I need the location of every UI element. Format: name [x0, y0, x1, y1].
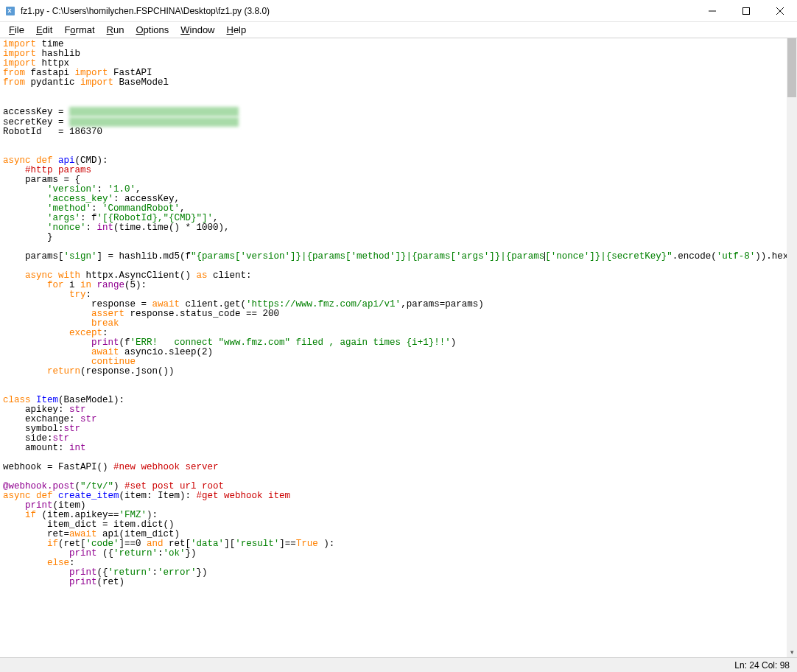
titlebar: fz1.py - C:\Users\homilychen.FSPCHINA\De…	[0, 0, 797, 22]
close-button[interactable]	[763, 0, 797, 21]
minimize-button[interactable]	[695, 0, 729, 21]
statusbar: Ln: 24 Col: 98	[0, 657, 797, 672]
menu-help[interactable]: Help	[221, 23, 253, 37]
window-controls	[695, 0, 797, 21]
window-title: fz1.py - C:\Users\homilychen.FSPCHINA\De…	[21, 6, 695, 16]
censored-access-key	[69, 107, 239, 116]
menubar: File Edit Format Run Options Window Help	[0, 22, 797, 38]
app-icon	[4, 5, 16, 17]
menu-window[interactable]: Window	[175, 23, 220, 37]
scroll-thumb[interactable]	[787, 38, 796, 97]
censored-secret-key	[69, 117, 239, 127]
cursor-position: Ln: 24 Col: 98	[734, 660, 790, 671]
code-editor[interactable]: import time import hashlib import httpx …	[0, 38, 787, 657]
maximize-button[interactable]	[729, 0, 763, 21]
vertical-scrollbar[interactable]: ▴ ▾	[787, 38, 797, 657]
menu-options[interactable]: Options	[130, 23, 175, 37]
scroll-down-arrow[interactable]: ▾	[787, 647, 797, 657]
menu-run[interactable]: Run	[101, 23, 130, 37]
svg-rect-2	[743, 7, 750, 14]
editor-area: import time import hashlib import httpx …	[0, 38, 797, 657]
menu-file[interactable]: File	[3, 23, 30, 37]
menu-edit[interactable]: Edit	[30, 23, 58, 37]
menu-format[interactable]: Format	[58, 23, 100, 37]
